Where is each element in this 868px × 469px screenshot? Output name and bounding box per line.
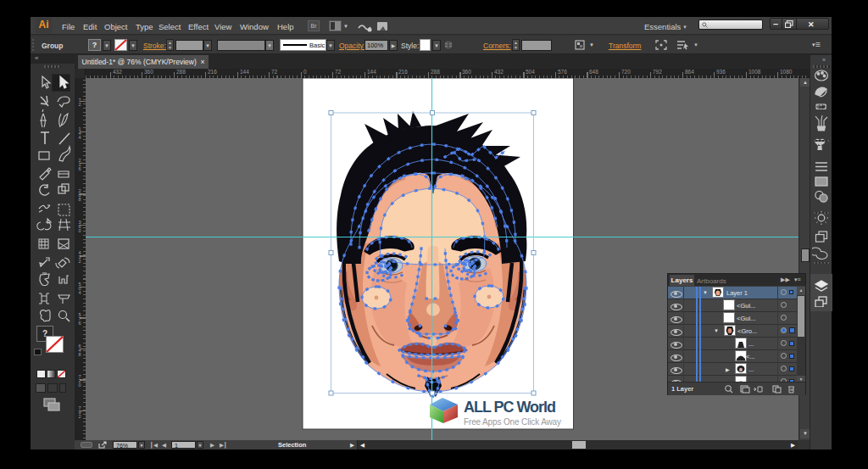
svg-text:ALL PC World: ALL PC World — [464, 399, 556, 416]
svg-text:Free Apps One Click Away: Free Apps One Click Away — [464, 417, 561, 427]
